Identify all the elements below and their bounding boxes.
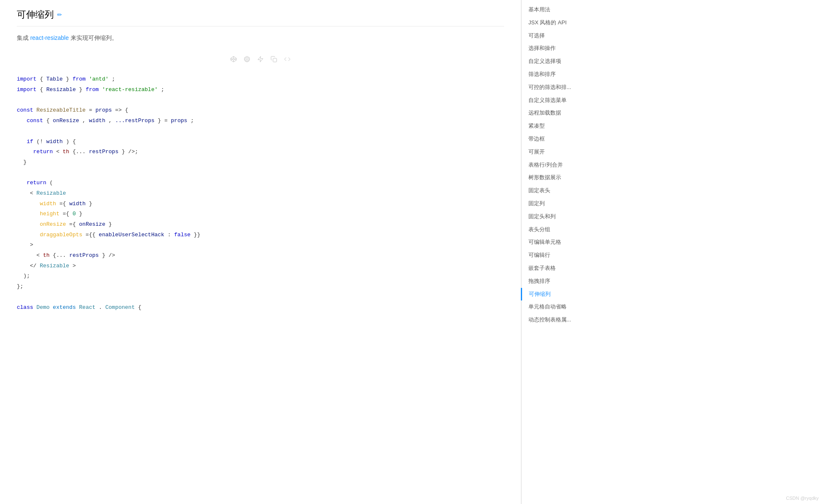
sidebar-item[interactable]: 远程加载数据	[522, 107, 605, 120]
page-title: 可伸缩列	[17, 8, 54, 21]
code-line-4: const { onResize , width , ...restProps …	[17, 116, 504, 126]
main-content: 可伸缩列 ✏ 集成 react-resizable 来实现可伸缩列。	[0, 0, 521, 504]
code-line-17: );	[17, 271, 504, 282]
sidebar-item[interactable]: 可选择	[522, 29, 605, 42]
sidebar-item[interactable]: 自定义筛选菜单	[522, 94, 605, 107]
codepen-icon[interactable]	[230, 56, 237, 64]
code-toggle-icon[interactable]	[284, 56, 291, 64]
sidebar-item[interactable]: 筛选和排序	[522, 68, 605, 81]
sidebar-item[interactable]: 树形数据展示	[522, 171, 605, 184]
code-line-blank2	[17, 126, 504, 137]
react-resizable-link[interactable]: react-resizable	[30, 34, 69, 41]
code-line-2: import { Resizable } from 'react-resizab…	[17, 85, 504, 95]
code-line-15: < th {... restProps } />	[17, 251, 504, 261]
stackblitz-icon[interactable]	[257, 56, 264, 64]
code-line-14: >	[17, 240, 504, 251]
sidebar-item[interactable]: 嵌套子表格	[522, 262, 605, 275]
code-line-9: < Resizable	[17, 188, 504, 199]
sidebar-item[interactable]: 选择和操作	[522, 42, 605, 55]
code-line-16: </ Resizable >	[17, 261, 504, 272]
title-row: 可伸缩列 ✏	[17, 8, 504, 26]
sidebar-item[interactable]: 单元格自动省略	[522, 300, 605, 313]
code-line-12: onResize ={ onResize }	[17, 219, 504, 230]
sidebar-item[interactable]: 固定头和列	[522, 210, 605, 223]
footer-watermark: CSDN @ryqdky	[786, 496, 819, 501]
sidebar-item[interactable]: 可伸缩列	[521, 288, 605, 301]
sidebar-item[interactable]: 可编辑行	[522, 249, 605, 262]
code-line-13: draggableOpts ={{ enableUserSelectHack :…	[17, 230, 504, 240]
svg-marker-8	[258, 57, 263, 62]
sidebar-item[interactable]: 带边框	[522, 133, 605, 146]
code-line-blank3	[17, 168, 504, 178]
code-toolbar	[17, 52, 504, 68]
sidebar-item[interactable]: 可编辑单元格	[522, 236, 605, 249]
desc-prefix: 集成	[17, 34, 29, 41]
code-line-8: return (	[17, 178, 504, 188]
sidebar-item[interactable]: 固定表头	[522, 184, 605, 197]
sidebar-item[interactable]: 可控的筛选和排...	[522, 81, 605, 94]
sidebar-item[interactable]: 固定列	[522, 197, 605, 210]
description: 集成 react-resizable 来实现可伸缩列。	[17, 33, 504, 42]
svg-rect-9	[273, 58, 277, 62]
code-line-10: width ={ width }	[17, 199, 504, 209]
code-line-1: import { Table } from 'antd' ;	[17, 74, 504, 85]
desc-suffix: 来实现可伸缩列。	[71, 34, 118, 41]
code-line-7: }	[17, 157, 504, 168]
code-line-5: if (! width ) {	[17, 137, 504, 147]
code-block: import { Table } from 'antd' ; import { …	[17, 74, 504, 313]
codesandbox-icon[interactable]	[244, 56, 250, 64]
copy-icon[interactable]	[270, 56, 277, 64]
code-line-6: return < th {... restProps } />;	[17, 147, 504, 157]
code-line-3: const ResizeableTitle = props => {	[17, 105, 504, 116]
sidebar-item[interactable]: 可展开	[522, 146, 605, 159]
sidebar-item[interactable]: 动态控制表格属...	[522, 313, 605, 326]
sidebar-item[interactable]: 拖拽排序	[522, 275, 605, 288]
sidebar-item[interactable]: JSX 风格的 API	[522, 16, 605, 29]
edit-icon[interactable]: ✏	[57, 11, 62, 18]
code-line-18: };	[17, 282, 504, 292]
sidebar-item[interactable]: 自定义选择项	[522, 55, 605, 68]
code-line-19: class Demo extends React . Component {	[17, 303, 504, 313]
code-line-11: height ={ 0 }	[17, 209, 504, 219]
code-line-blank1	[17, 95, 504, 106]
code-line-blank4	[17, 292, 504, 303]
sidebar-item[interactable]: 表格行/列合并	[522, 159, 605, 172]
sidebar-item[interactable]: 紧凑型	[522, 120, 605, 133]
sidebar-item[interactable]: 基本用法	[522, 3, 605, 16]
sidebar-item[interactable]: 表头分组	[522, 223, 605, 236]
sidebar: 基本用法JSX 风格的 API可选择选择和操作自定义选择项筛选和排序可控的筛选和…	[521, 0, 605, 504]
